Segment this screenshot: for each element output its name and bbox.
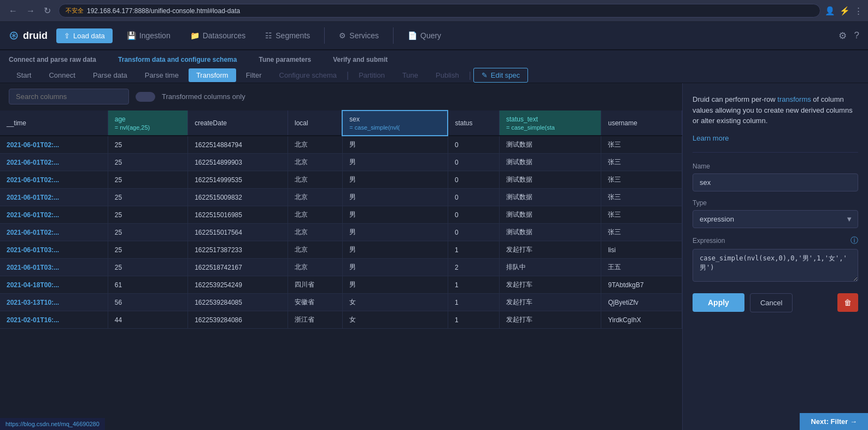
cell-status-text: 测试数据 <box>500 154 601 171</box>
col-age: age= nvl(age,25) <box>108 111 187 136</box>
address-bar[interactable]: 不安全 192.168.64.177:8888/unified-console.… <box>58 4 820 18</box>
step-partition: Partition <box>351 68 392 82</box>
name-field: Name <box>693 162 858 191</box>
step-connect[interactable]: Connect <box>41 68 83 82</box>
upload-icon: ⇧ <box>64 32 70 40</box>
toolbar: Transformed columns only <box>0 83 682 110</box>
cell-status: 0 <box>448 136 499 154</box>
sidebar-item-datasources[interactable]: 📁 Datasources <box>180 22 256 50</box>
edit-spec-button[interactable]: ✎ Edit spec <box>473 68 528 83</box>
load-data-button[interactable]: ⇧ Load data <box>56 28 113 43</box>
table-row: 2021-03-13T10:... 56 1622539284085 安徽省 女… <box>0 294 682 311</box>
forward-button[interactable]: → <box>23 4 38 17</box>
cell-username: 张三 <box>601 206 682 224</box>
cell-status: 2 <box>448 259 499 276</box>
sidebar-item-segments[interactable]: ☷ Segments <box>255 22 320 50</box>
delete-button[interactable]: 🗑 <box>837 293 858 312</box>
cell-sex: 男 <box>342 136 448 154</box>
learn-more-link[interactable]: Learn more <box>693 134 858 142</box>
expression-input[interactable]: case_simple(nvl(sex,0),0,'男',1,'女','男') <box>693 249 858 282</box>
col-username: username <box>601 111 682 136</box>
cell-time: 2021-06-01T02:... <box>0 224 108 241</box>
segments-label: Segments <box>275 31 310 40</box>
url-text: 192.168.64.177:8888/unified-console.html… <box>87 7 240 15</box>
toggle-switch[interactable] <box>136 92 155 102</box>
refresh-button[interactable]: ↻ <box>40 4 54 17</box>
col-age-subtitle: = nvl(age,25) <box>115 124 181 131</box>
cell-username: YirdkCgIhX <box>601 311 682 329</box>
col-sex-subtitle: = case_simple(nvl( <box>349 124 441 131</box>
query-label: Query <box>420 31 441 40</box>
extensions-icon[interactable]: ⚡ <box>840 6 850 16</box>
next-filter-button[interactable]: Next: Filter → <box>800 413 868 430</box>
help-icon[interactable]: ? <box>854 30 859 41</box>
settings-icon[interactable]: ⚙ <box>838 30 847 42</box>
cell-status-text: 测试数据 <box>500 171 601 189</box>
cell-status: 1 <box>448 241 499 259</box>
step-configure-schema: Configure schema <box>272 68 345 82</box>
cell-age: 25 <box>108 189 187 206</box>
cell-status-text: 测试数据 <box>500 224 601 241</box>
info-icon[interactable]: ⓘ <box>851 236 858 246</box>
cell-status-text: 排队中 <box>500 259 601 276</box>
cell-createdate: 1622514884794 <box>188 136 288 154</box>
cell-time: 2021-06-01T02:... <box>0 136 108 154</box>
cell-local: 北京 <box>288 259 343 276</box>
panel-divider <box>693 152 858 153</box>
sidebar-item-services[interactable]: ⚙ Services <box>329 22 389 50</box>
table-container: __time age= nvl(age,25) createDate local… <box>0 110 682 430</box>
datasources-label: Datasources <box>203 31 246 40</box>
data-panel: Transformed columns only __time age= nvl… <box>0 83 682 430</box>
cell-time: 2021-06-01T02:... <box>0 206 108 224</box>
cell-local: 北京 <box>288 136 343 154</box>
cell-createdate: 1622539254249 <box>188 276 288 294</box>
cell-local: 安徽省 <box>288 294 343 311</box>
cell-status-text: 发起打车 <box>500 294 601 311</box>
right-panel: Druid can perform per-row transforms of … <box>682 83 868 430</box>
cell-local: 北京 <box>288 224 343 241</box>
wizard-bar: Connect and parse raw data Transform dat… <box>0 50 868 83</box>
wizard-section-connect: Connect and parse raw data <box>9 56 96 63</box>
cell-username: 张三 <box>601 171 682 189</box>
cell-local: 北京 <box>288 206 343 224</box>
cell-age: 25 <box>108 259 187 276</box>
cell-createdate: 1622515009832 <box>188 189 288 206</box>
step-start[interactable]: Start <box>9 68 39 82</box>
cell-age: 25 <box>108 241 187 259</box>
type-select[interactable]: expression <box>693 210 858 228</box>
action-row: Apply Cancel 🗑 <box>693 293 858 312</box>
cell-time: 2021-03-13T10:... <box>0 294 108 311</box>
cell-age: 25 <box>108 154 187 171</box>
step-parse-data[interactable]: Parse data <box>85 68 135 82</box>
cancel-button[interactable]: Cancel <box>750 293 793 312</box>
step-transform[interactable]: Transform <box>189 68 236 82</box>
data-table: __time age= nvl(age,25) createDate local… <box>0 110 682 329</box>
step-parse-time[interactable]: Parse time <box>137 68 186 82</box>
sidebar-item-query[interactable]: 📄 Query <box>398 22 451 50</box>
cell-time: 2021-06-01T03:... <box>0 259 108 276</box>
col-createdate: createDate <box>188 111 288 136</box>
services-label: Services <box>349 31 379 40</box>
load-data-label: Load data <box>73 32 105 40</box>
cell-username: 张三 <box>601 136 682 154</box>
cell-status: 0 <box>448 206 499 224</box>
cell-status-text: 测试数据 <box>500 206 601 224</box>
panel-description: Druid can perform per-row transforms of … <box>693 94 858 126</box>
cell-sex: 男 <box>342 276 448 294</box>
search-input[interactable] <box>9 89 129 104</box>
type-select-wrapper: expression ▼ <box>693 210 858 228</box>
name-input[interactable] <box>693 173 858 191</box>
step-filter[interactable]: Filter <box>238 68 269 82</box>
more-icon[interactable]: ⋮ <box>854 6 863 16</box>
browser-nav[interactable]: ← → ↻ <box>5 4 54 17</box>
druid-logo-icon: ⊛ <box>9 28 19 43</box>
col-sex[interactable]: sex= case_simple(nvl( <box>342 111 448 136</box>
expression-label-row: Expression ⓘ <box>693 236 858 246</box>
back-button[interactable]: ← <box>5 4 21 17</box>
transforms-link[interactable]: transforms <box>777 95 811 103</box>
profile-icon[interactable]: 👤 <box>825 6 835 16</box>
datasources-icon: 📁 <box>190 31 200 40</box>
table-row: 2021-06-01T02:... 25 1622515017564 北京 男 … <box>0 224 682 241</box>
sidebar-item-ingestion[interactable]: 💾 Ingestion <box>117 22 180 50</box>
apply-button[interactable]: Apply <box>693 293 744 312</box>
